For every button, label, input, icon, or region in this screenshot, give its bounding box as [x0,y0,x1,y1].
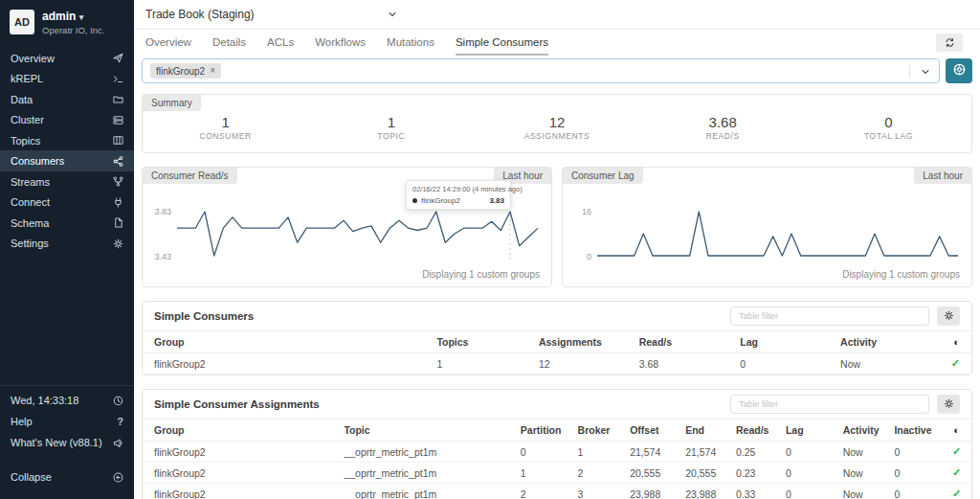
tab-simple-consumers[interactable]: Simple Consumers [456,30,548,56]
summary-badge: Summary [143,95,201,111]
table-cell: 0 [888,442,947,463]
chevron-down-icon[interactable] [921,67,930,77]
table-filter-input[interactable] [730,395,929,414]
avatar: AD [10,10,34,34]
sidebar-item-cluster[interactable]: Cluster [0,109,134,130]
stat-value: 0 [806,114,971,130]
server-icon [113,115,123,125]
table-row[interactable]: flinkGroup2__oprtr_metric_pt1m2323,98823… [143,484,971,499]
refresh-button[interactable] [936,34,963,52]
sidebar-item-schema[interactable]: Schema [0,213,134,234]
column-header-topics[interactable]: Topics [431,331,533,353]
consumer-lag-chart-panel: Consumer Lag Last hour 16 0 Displaying 1… [562,167,972,287]
table-row[interactable]: flinkGroup21123.680Now✓ [143,353,971,374]
table-cell: 1 [431,353,533,374]
sidebar-item-label: Data [11,94,33,105]
column-header-offset[interactable]: Offset [624,420,679,442]
tab-overview[interactable]: Overview [145,30,191,56]
table-cell: flinkGroup2 [143,484,338,499]
sidebar-item-overview[interactable]: Overview [0,48,134,69]
tab-details[interactable]: Details [212,30,246,56]
column-header-end[interactable]: End [679,420,730,442]
simple-consumers-panel: Simple Consumers GroupTopicsAssignmentsR… [142,301,972,375]
chart-title-badge: Consumer Lag [563,168,643,184]
column-header-read-s[interactable]: Read/s [634,331,735,353]
table-cell: 21,574 [679,442,730,463]
tab-mutations[interactable]: Mutations [387,30,434,56]
column-header-activity[interactable]: Activity [835,331,938,353]
sidebar-item-label: Overview [11,53,55,64]
sidebar-item-streams[interactable]: Streams [0,171,134,193]
filter-row: flinkGroup2 × [134,56,980,90]
column-header-broker[interactable]: Broker [572,420,625,442]
topbar: Trade Book (Staging) [134,0,980,30]
sidebar-footer-label: Help [11,416,33,427]
panel-title: Simple Consumer Assignments [154,398,723,410]
remove-tag-icon[interactable]: × [210,66,215,76]
user-menu[interactable]: admin ▾ [42,10,104,24]
gear-icon [113,238,123,249]
sidebar-footer-item[interactable]: Wed, 14:33:18 [0,390,134,411]
tab-workflows[interactable]: Workflows [315,30,366,56]
collapse-button[interactable]: Collapse [0,466,134,488]
summary-stat-assignments: 12ASSIGNMENTS [474,114,639,141]
line-chart[interactable] [597,206,958,261]
column-header-group[interactable]: Group [143,420,338,442]
sidebar-item-data[interactable]: Data [0,89,134,110]
sidebar-item-consumers[interactable]: Consumers [0,150,134,171]
summary-stat-topic: 1TOPIC [308,114,474,141]
gear-circle-icon [953,62,966,79]
sidebar-item-connect[interactable]: Connect [0,192,134,213]
folder-icon [113,94,123,104]
column-header-topic[interactable]: Topic [338,420,514,442]
column-visibility-toggle-icon[interactable]: ◐ [953,336,960,348]
column-header-group[interactable]: Group [143,331,431,353]
filter-settings-button[interactable] [946,58,972,83]
table-row[interactable]: flinkGroup2__oprtr_metric_pt1m0121,57421… [143,442,971,463]
group-filter-combobox[interactable]: flinkGroup2 × [142,58,940,83]
columns-icon [113,135,123,146]
column-header-read-s[interactable]: Read/s [730,420,780,442]
gear-icon [944,307,954,325]
combobox-divider [909,64,910,78]
sidebar-item-krepl[interactable]: kREPL [0,68,134,89]
column-header-toggle[interactable]: ◐ [947,420,971,442]
table-cell: 23,988 [624,484,679,499]
sidebar-item-label: kREPL [11,73,43,84]
table-cell: 0.25 [730,442,780,463]
refresh-icon [945,37,955,48]
sidebar-item-label: Consumers [11,155,64,167]
sidebar-item-topics[interactable]: Topics [0,130,134,151]
column-header-lag[interactable]: Lag [734,331,835,353]
question-icon: ? [117,416,123,427]
stat-label: ASSIGNMENTS [474,131,639,141]
column-header-toggle[interactable]: ◐ [938,331,971,353]
filter-tag: flinkGroup2 × [150,63,221,79]
column-header-partition[interactable]: Partition [515,420,572,442]
tab-acls[interactable]: ACLs [267,30,294,56]
cluster-select-value: Trade Book (Staging) [145,8,255,21]
line-chart[interactable] [177,206,538,261]
column-header-inactive[interactable]: Inactive [888,420,947,442]
branch-icon [113,176,123,187]
sidebar-item-label: Connect [11,196,50,208]
table-filter-input[interactable] [730,306,929,326]
sidebar-nav: OverviewkREPLDataClusterTopicsConsumersS… [0,48,134,254]
column-header-lag[interactable]: Lag [780,420,837,442]
column-header-activity[interactable]: Activity [837,420,889,442]
table-cell: flinkGroup2 [143,353,431,374]
range-badge: Last hour [914,168,971,184]
table-settings-button[interactable] [937,395,960,414]
sidebar-footer-item[interactable]: What's New (v88.1) [0,432,134,453]
sidebar-item-label: Cluster [11,114,44,125]
column-visibility-toggle-icon[interactable]: ◐ [953,424,960,436]
table-cell: 21,574 [624,442,679,463]
sidebar-footer-item[interactable]: Help? [0,411,134,432]
cluster-select[interactable]: Trade Book (Staging) [134,8,397,21]
column-header-assignments[interactable]: Assignments [533,331,634,353]
sidebar-item-settings[interactable]: Settings [0,233,134,254]
user-row[interactable]: AD admin ▾ Operatr IO, Inc. [0,0,134,48]
table-settings-button[interactable] [937,306,960,326]
table-row[interactable]: flinkGroup2__oprtr_metric_pt1m1220,55520… [143,463,971,484]
file-icon [113,217,123,228]
